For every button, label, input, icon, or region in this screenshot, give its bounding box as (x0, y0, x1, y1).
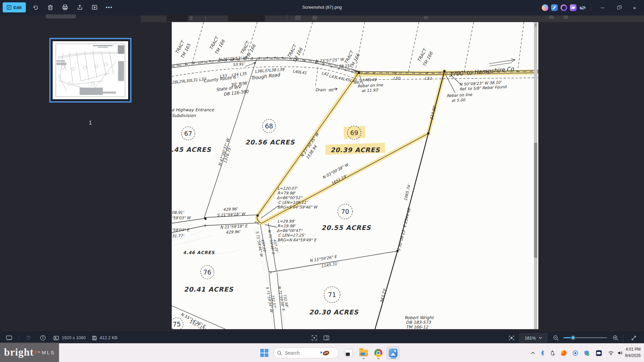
titlebar-divider (591, 4, 591, 11)
window-title: Screenshot (87).png (255, 5, 389, 10)
lot-67-acres: .45 ACRES (172, 146, 211, 153)
embedded-screenshot-toolbar-sliver (141, 15, 644, 22)
image-dimensions: 644 x 362 (62, 335, 86, 340)
zoom-slider[interactable] (564, 337, 607, 338)
teamviewer-icon[interactable]: ↔ (594, 348, 603, 358)
edit-pencil-icon (7, 5, 11, 10)
adobe-tray-icon[interactable] (559, 348, 568, 358)
layout-compare-icon[interactable] (321, 334, 331, 342)
dist-514: 514.99' (429, 104, 437, 120)
zoom-out-button[interactable] (551, 334, 561, 342)
watermark-tm: ™ (37, 351, 40, 354)
restore-button[interactable] (612, 1, 625, 14)
lot-70-acres: 20.55 ACRES (321, 224, 371, 231)
plat-map: TRACT TM 165 TRACT TM 166 TRACT TM 166 T… (172, 22, 538, 329)
l-label-33: L33 (219, 73, 227, 79)
drain-label: Drain (315, 87, 326, 92)
seg-429-dist-top: 429.96' (223, 206, 238, 212)
onedrive-slash-icon[interactable] (579, 4, 586, 11)
edit-button-label: Edit (13, 5, 22, 10)
search-input[interactable] (285, 350, 317, 356)
thumbnail-page-number: 1 (49, 120, 131, 126)
pdf-scrollbar-thumb[interactable] (534, 143, 537, 258)
lot-68-acres: 20.56 ACRES (245, 138, 295, 146)
highway-entrance-label: e Highway Entrance (172, 107, 214, 112)
running-indicator (377, 358, 379, 359)
copilot-icon[interactable] (542, 4, 548, 11)
zoom-slider-thumb[interactable] (571, 335, 576, 340)
taskbar-item-snipping[interactable] (342, 346, 356, 360)
search-icon (277, 351, 282, 356)
tray-chevron-up[interactable] (529, 348, 537, 358)
scroll-up-arrow[interactable]: ▲ (534, 22, 537, 27)
lot-75-number: 75 (173, 320, 181, 328)
embedded-pdf-scrollbar[interactable]: ▲ (534, 22, 537, 329)
taskbar-clock[interactable]: 4:01 PM 9/4/2025 (625, 346, 641, 359)
filmstrip-toggle-button[interactable] (4, 334, 14, 342)
lot-76-acres: 20.41 ACRES (184, 286, 233, 293)
zoom-level-value: 161% (525, 336, 536, 341)
lot-71-number: 71 (328, 291, 336, 298)
more-options-button[interactable]: ••• (104, 2, 114, 12)
l-label-42: L42 (321, 71, 329, 77)
filmstrip-thumbnail[interactable] (49, 38, 131, 103)
usb-device-icon[interactable] (548, 348, 557, 358)
close-button[interactable]: × (628, 1, 641, 14)
taskbar-item-chrome[interactable] (372, 346, 385, 360)
curve1-radius: R=79.98' (277, 191, 296, 195)
taskbar-item-file-explorer[interactable] (357, 346, 370, 360)
minimize-button[interactable] (596, 1, 609, 14)
file-size: 412.2 KB (100, 335, 118, 340)
edge-bearing-5903: '59'03" W (172, 216, 192, 220)
windows-logo-icon (260, 349, 268, 357)
football-icon (322, 350, 330, 356)
fullscreen-expand-button[interactable] (629, 334, 639, 342)
rebar-note-2-dist: at 5.00 (451, 98, 466, 103)
zoom-in-button[interactable] (610, 334, 621, 342)
zoom-level-dropdown[interactable]: 161% (519, 333, 547, 343)
snipping-app-icon (345, 349, 353, 357)
bluetooth-icon[interactable] (538, 348, 547, 358)
owner-name: Robert Wright (405, 315, 434, 320)
windows-security-shield-icon[interactable] (582, 348, 591, 358)
edit-image-icon[interactable] (551, 4, 558, 11)
info-icon[interactable] (38, 334, 48, 342)
taskbar-item-photos-active[interactable] (386, 346, 400, 360)
star-icon: ✦ (319, 350, 323, 355)
clipchamp-icon[interactable] (570, 4, 577, 11)
rotate-button[interactable] (31, 2, 41, 12)
speaker-icon[interactable] (616, 348, 625, 358)
edit-button[interactable]: Edit (3, 2, 26, 12)
delete-button[interactable] (45, 2, 55, 12)
share-button[interactable] (75, 2, 85, 12)
map-labels: TRACT TM 165 TRACT TM 166 TRACT TM 166 T… (172, 35, 515, 329)
clock-time: 4:01 PM (625, 346, 641, 353)
start-button[interactable] (258, 346, 271, 360)
lot-69-acres: 20.39 ACRES (330, 146, 380, 154)
subdivision-label: Subdivision (172, 113, 196, 118)
fit-to-window-icon[interactable] (506, 334, 517, 342)
print-button[interactable] (60, 2, 70, 12)
slideshow-button[interactable] (90, 2, 100, 12)
target-circle-icon[interactable] (571, 348, 580, 358)
dist-3915: 39.15' (338, 63, 351, 69)
photos-app-icon (389, 349, 397, 357)
selection-scan-icon[interactable] (309, 334, 319, 342)
lot-71-acres: 20.30 ACRES (309, 308, 359, 316)
statusbar-divider (623, 335, 624, 341)
drain-leader-dashed (315, 67, 318, 87)
l-labels-40-41: L40L41 (292, 69, 307, 75)
viewer-content: 1 (0, 15, 644, 332)
edge-dist-3177: 31.77' (172, 234, 184, 238)
dimensions-icon (51, 334, 61, 342)
curve2-radius: R=19.98' (277, 224, 296, 228)
edge-bearing-5904: '59'04" E (172, 228, 190, 232)
designer-icon[interactable] (560, 4, 567, 11)
active-indicator (391, 358, 396, 359)
favorite-heart-icon[interactable]: ♡ (23, 334, 34, 342)
taskbar-search[interactable]: ✦ (273, 348, 339, 358)
rebar-note-1-dist: at 11.93' (361, 87, 379, 93)
wifi-icon[interactable] (606, 348, 615, 358)
taskbar: ✦ ↔ 4:01 PM 9/4/2025 (0, 343, 644, 362)
curve1-bearing: BRG=S 64°59'46" W (277, 205, 318, 209)
